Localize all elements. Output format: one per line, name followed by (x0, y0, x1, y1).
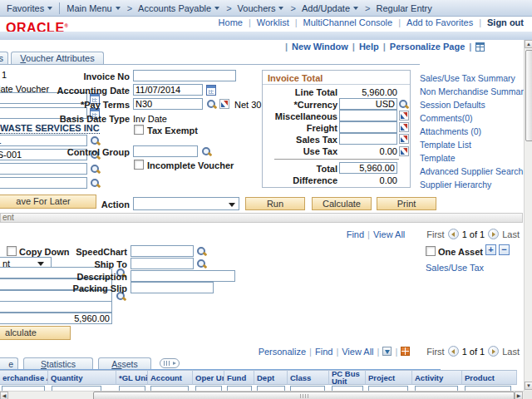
zoom-grid-icon[interactable] (401, 347, 410, 356)
download-to-excel-icon[interactable] (382, 347, 392, 356)
worklist-link[interactable]: Worklist (257, 17, 289, 27)
use-tax-detail-icon[interactable] (399, 146, 409, 156)
grid-tab-statistics[interactable]: Statistics (23, 357, 93, 370)
scroll-left-icon[interactable] (0, 392, 8, 399)
speedchart-field[interactable] (131, 245, 194, 257)
scroll-down-icon[interactable] (525, 382, 532, 390)
attachments-link[interactable]: Attachments (0) (420, 126, 528, 136)
grid-tab-exchange-rate-partial[interactable]: e (0, 357, 18, 370)
add-row-icon[interactable] (485, 244, 496, 255)
tax-exempt-checkbox[interactable] (134, 125, 144, 135)
col-header-merchandise-amt[interactable]: erchandise Amt (0, 370, 48, 385)
template-link[interactable]: Template (420, 153, 528, 163)
col-header-quantity[interactable]: Quantity (48, 370, 116, 385)
freight-detail-icon[interactable] (399, 122, 409, 132)
lines-view-all-link[interactable]: View All (373, 229, 405, 239)
freight-field[interactable] (339, 121, 397, 133)
session-defaults-link[interactable]: Session Defaults (420, 100, 528, 110)
grid-tab-assets[interactable]: Assets (98, 357, 151, 370)
grid-personalize-link[interactable]: Personalize (259, 347, 306, 357)
col-header-dept[interactable]: Dept (254, 370, 288, 385)
vertical-scrollbar[interactable] (524, 40, 532, 391)
lookup-icon[interactable] (206, 99, 217, 110)
show-all-columns-icon[interactable] (160, 358, 180, 368)
total-field[interactable] (339, 162, 397, 174)
breadcrumb-accounts-payable[interactable]: Accounts Payable (126, 3, 220, 13)
breadcrumb-add-update[interactable]: Add/Update (288, 3, 358, 13)
calculate-line-button[interactable]: alculate (0, 326, 71, 340)
print-button[interactable]: Print (377, 197, 436, 210)
next-row-icon[interactable] (488, 229, 499, 239)
comments-link[interactable]: Comments(0) (420, 113, 528, 123)
col-header-fund[interactable]: Fund (224, 370, 254, 385)
new-window-link[interactable]: New Window (292, 42, 348, 52)
advanced-supplier-search-link[interactable]: Advanced Supplier Search (420, 166, 528, 176)
incomplete-voucher-checkbox[interactable] (134, 160, 144, 170)
action-dropdown[interactable] (133, 197, 239, 210)
supplier-address-field[interactable] (0, 177, 87, 189)
sales-use-tax-summary-link[interactable]: Sales/Use Tax Summary (420, 73, 528, 83)
one-asset-checkbox[interactable] (426, 246, 436, 256)
misc-charges-detail-icon[interactable] (399, 111, 409, 121)
grid-find-link[interactable]: Find (315, 347, 332, 357)
personalize-page-link[interactable]: Personalize Page (390, 42, 466, 52)
supplier-name-link[interactable]: WASTE SERVICES INC (0, 123, 100, 134)
delete-row-icon[interactable] (499, 244, 510, 255)
supplier-hierarchy-link[interactable]: Supplier Hierarchy (420, 180, 528, 190)
previous-row-icon[interactable] (448, 229, 459, 239)
next-row-icon[interactable] (488, 346, 499, 357)
home-link[interactable]: Home (219, 17, 243, 27)
accounting-date-field[interactable] (133, 84, 203, 96)
invoice-no-field[interactable] (133, 70, 236, 81)
miscellaneous-field[interactable] (339, 110, 397, 121)
description-field[interactable] (131, 270, 235, 282)
scroll-right-icon[interactable] (515, 392, 523, 399)
supplier-location-field[interactable] (0, 163, 87, 175)
template-list-link[interactable]: Template List (420, 140, 528, 150)
horizontal-scrollbar[interactable] (0, 391, 524, 399)
horizontal-scroll-thumb[interactable] (93, 392, 515, 399)
pay-terms-field[interactable] (133, 98, 203, 110)
supplier-id-field[interactable] (0, 135, 87, 146)
pay-terms-detail-icon[interactable] (219, 99, 229, 109)
col-header-oper-unit[interactable]: Oper Unit (193, 370, 224, 385)
multichannel-console-link[interactable]: MultiChannel Console (303, 17, 393, 27)
lines-find-link[interactable]: Find (347, 229, 364, 239)
sales-tax-field[interactable] (339, 133, 397, 145)
lookup-icon[interactable] (398, 99, 409, 110)
unit-price-field[interactable] (0, 301, 112, 313)
calendar-icon[interactable] (206, 85, 216, 96)
sales-tax-detail-icon[interactable] (399, 134, 409, 144)
col-header-pc-bus-unit[interactable]: PC Bus Unit (329, 370, 366, 385)
lookup-icon[interactable] (90, 135, 101, 146)
col-header-gl-unit[interactable]: *GL Unit (116, 370, 148, 385)
scroll-up-icon[interactable] (525, 40, 532, 48)
non-merchandise-summary-link[interactable]: Non Merchandise Summary (420, 86, 528, 96)
col-header-account[interactable]: Account (148, 370, 193, 385)
previous-row-icon[interactable] (448, 346, 459, 357)
run-button[interactable]: Run (245, 197, 305, 210)
add-to-favorites-link[interactable]: Add to Favorites (406, 17, 473, 27)
col-header-class[interactable]: Class (288, 370, 329, 385)
breadcrumb-favorites[interactable]: Favorites (7, 3, 52, 13)
tab-payments-partial[interactable]: s (0, 52, 8, 65)
grid-view-all-link[interactable]: View All (342, 347, 373, 357)
personalize-layout-icon[interactable] (475, 42, 485, 52)
tab-voucher-attributes[interactable]: Voucher Attributes (11, 52, 104, 65)
lookup-icon[interactable] (196, 259, 207, 269)
breadcrumb-main-menu[interactable]: Main Menu (66, 3, 120, 13)
col-header-project[interactable]: Project (366, 370, 412, 385)
sign-out-link[interactable]: Sign out (487, 17, 524, 27)
col-header-activity[interactable]: Activity (412, 370, 462, 385)
lookup-icon[interactable] (196, 246, 207, 257)
currency-field[interactable] (339, 98, 397, 110)
col-header-product[interactable]: Product (462, 370, 517, 385)
vertical-scroll-thumb[interactable] (525, 50, 532, 141)
help-link[interactable]: Help (359, 42, 379, 52)
sales-use-tax-link[interactable]: Sales/Use Tax (426, 263, 484, 273)
breadcrumb-vouchers[interactable]: Vouchers (224, 3, 283, 13)
copy-down-checkbox[interactable] (7, 246, 17, 256)
packing-slip-field[interactable] (131, 282, 214, 293)
lookup-icon[interactable] (201, 146, 212, 157)
lookup-icon[interactable] (90, 178, 101, 189)
